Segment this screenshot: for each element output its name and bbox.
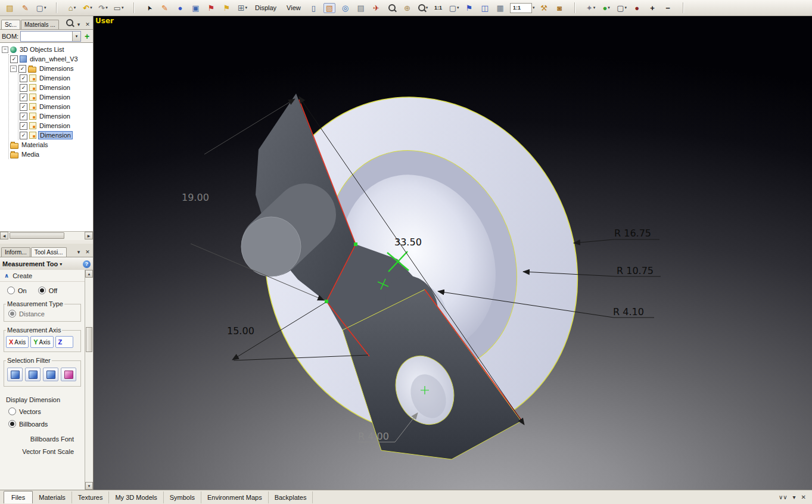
annotation-pen-icon[interactable]: ✎ [18, 1, 33, 15]
dimension-visibility-checkbox[interactable]: ✓ [20, 132, 27, 139]
panel-menu-icon[interactable]: ▾ [74, 21, 83, 27]
material-ball-icon[interactable]: ● [173, 1, 188, 15]
fit-all-icon[interactable]: ▢ ▾ [447, 1, 461, 15]
distance-radio[interactable] [8, 310, 16, 318]
publish-jet-icon[interactable]: ✈ [369, 1, 384, 15]
view-flag-icon[interactable]: ⚑ [462, 1, 477, 15]
tool-vertical-scrollbar[interactable]: ▲ ▼ [85, 270, 93, 490]
filter-edge-button[interactable] [43, 368, 58, 381]
tab-environment-maps[interactable]: Environment Maps [201, 491, 269, 503]
create-section-header[interactable]: ∧ Create [0, 270, 85, 282]
filter-object-button[interactable] [7, 368, 23, 381]
tab-files[interactable]: Files [4, 491, 33, 503]
sketchpad-icon[interactable]: ▤ [3, 1, 17, 15]
snapshot-camera-icon[interactable]: ◙ [553, 1, 567, 15]
collapse-chevron-icon[interactable]: ∧ [4, 272, 9, 279]
tree-item-dimension[interactable]: ✓ Dimension [20, 111, 93, 121]
model-visibility-checkbox[interactable]: ✓ [10, 55, 18, 63]
vectors-radio[interactable] [8, 407, 16, 415]
tree-item-dimension-selected[interactable]: ✓ Dimension [20, 130, 93, 140]
collapse-expander-icon[interactable]: − [10, 66, 17, 72]
tree-item-dimension[interactable]: ✓ Dimension [20, 121, 93, 130]
scale-ratio-select[interactable]: 1:1 ▾ [509, 1, 536, 15]
window-layout-icon[interactable]: ▢ ▾ [34, 1, 48, 15]
grid-snap-icon[interactable]: ▦ [493, 1, 508, 15]
tab-materials[interactable]: Materials [33, 491, 72, 503]
filter-face-button[interactable] [25, 368, 41, 381]
tree-item-3d-objects-list[interactable]: − 3D Objects List [2, 45, 93, 54]
panel-menu-icon[interactable]: ▾ [74, 249, 83, 255]
tab-information[interactable]: Inform... [1, 247, 30, 257]
checkpoint-flag-icon[interactable]: ⚑ [204, 1, 219, 15]
tree-item-dimension[interactable]: ✓ Dimension [20, 73, 93, 83]
menu-display[interactable]: Display [251, 1, 281, 15]
tree-item-model[interactable]: ✓ divan_wheel_V3 [10, 54, 93, 64]
measure-tool-icon[interactable]: ◎ [338, 1, 353, 15]
behaviors-icon[interactable]: ✦ ▾ [584, 1, 598, 15]
bom-add-button[interactable]: + [83, 32, 91, 41]
marquee-select-icon[interactable]: ▭ ▾ [111, 1, 126, 15]
pan-tool-icon[interactable]: ⊕ [400, 1, 415, 15]
tab-symbols[interactable]: Symbols [164, 491, 201, 503]
scroll-right-icon[interactable]: ▶ [85, 232, 93, 239]
on-radio[interactable] [7, 287, 15, 294]
tree-item-materials-folder[interactable]: Materials [10, 140, 93, 150]
off-radio[interactable] [38, 287, 46, 294]
z-axis-button[interactable]: Z [55, 336, 73, 348]
orbit-cube-icon[interactable]: ◫ [478, 1, 492, 15]
redo-icon[interactable]: ↷ ▾ [96, 1, 110, 15]
note-flag-icon[interactable]: ⚑ [220, 1, 234, 15]
actual-size-icon[interactable]: 1:1 [431, 1, 446, 15]
scrollbar-track[interactable] [8, 232, 85, 240]
tree-item-media-folder[interactable]: Media [10, 150, 93, 159]
dimensions-visibility-checkbox[interactable]: ✓ [18, 65, 26, 73]
zoom-region-icon[interactable]: ▾ [416, 1, 430, 15]
scroll-down-icon[interactable]: ▼ [85, 482, 93, 490]
undo-icon[interactable]: ↶ ▾ [80, 1, 95, 15]
tab-backplates[interactable]: Backplates [269, 491, 313, 503]
dimension-visibility-checkbox[interactable]: ✓ [20, 84, 27, 92]
dimension-visibility-checkbox[interactable]: ✓ [20, 122, 27, 130]
library-menu-icon[interactable]: ▾ [793, 494, 796, 500]
library-close-icon[interactable]: ✕ [801, 494, 806, 500]
bom-table-icon[interactable]: ⊞ ▾ [235, 1, 250, 15]
billboards-radio[interactable] [8, 420, 16, 428]
tree-item-dimensions-folder[interactable]: − ✓ Dimensions [10, 64, 93, 73]
filter-material-button[interactable] [61, 368, 76, 381]
tab-my-3d-models[interactable]: My 3D Models [109, 491, 163, 503]
combo-arrow-icon[interactable]: ▾ [72, 32, 80, 41]
bom-select[interactable]: ▾ [20, 31, 81, 42]
dimension-visibility-checkbox[interactable]: ✓ [20, 74, 27, 82]
home-view-icon[interactable]: ⌂ ▾ [65, 1, 79, 15]
collapse-expander-icon[interactable]: − [2, 46, 8, 53]
web-globe-icon[interactable]: ● [630, 1, 645, 15]
panel-close-icon[interactable]: ✕ [83, 21, 92, 27]
tree-horizontal-scrollbar[interactable]: ◀ ▶ [0, 231, 93, 240]
tree-item-dimension[interactable]: ✓ Dimension [20, 102, 93, 111]
library-book-icon[interactable]: ▣ [189, 1, 203, 15]
menu-view[interactable]: View [282, 1, 306, 15]
tree-item-dimension[interactable]: ✓ Dimension [20, 83, 93, 92]
scrollbar-thumb[interactable] [86, 327, 92, 352]
find-icon[interactable] [66, 19, 73, 26]
y-axis-button[interactable]: Y Axis [30, 336, 53, 348]
scrollbar-thumb[interactable] [10, 232, 64, 239]
tab-tool-assistance[interactable]: Tool Assi... [31, 247, 67, 257]
tab-materials-list[interactable]: Materials ... [21, 20, 59, 29]
tab-scene[interactable]: Sc... [1, 20, 20, 29]
zoom-in-button[interactable]: + [646, 1, 660, 15]
scroll-left-icon[interactable]: ◀ [0, 232, 8, 239]
tree-item-dimension[interactable]: ✓ Dimension [20, 92, 93, 102]
dimension-visibility-checkbox[interactable]: ✓ [20, 94, 27, 101]
tools-hammer-icon[interactable]: ⚒ [537, 1, 552, 15]
dimension-visibility-checkbox[interactable]: ✓ [20, 103, 27, 111]
pointer-icon[interactable]: ➤ [142, 1, 157, 15]
environment-toggle-icon[interactable]: ▧ [322, 1, 337, 15]
help-icon[interactable]: ? [83, 260, 91, 268]
tool-dropdown-icon[interactable]: ▾ [60, 262, 62, 267]
viewport-3d[interactable]: User 19.00 33.50 15.00 R 16.75 R 10.75 R… [94, 16, 812, 490]
zoom-out-button[interactable]: − [661, 1, 676, 15]
render-quality-icon[interactable]: ● ▾ [599, 1, 614, 15]
print-icon[interactable]: ▤ [354, 1, 368, 15]
storyboard-page-icon[interactable]: ▯ [307, 1, 321, 15]
